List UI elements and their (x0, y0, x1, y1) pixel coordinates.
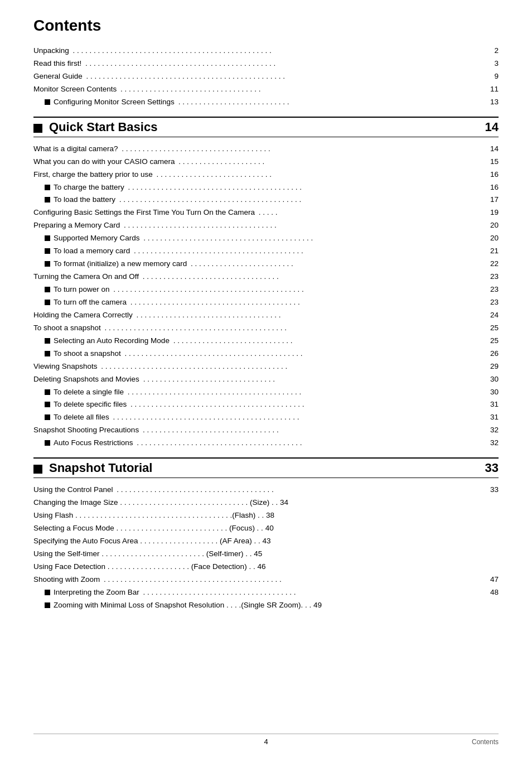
toc-row-focus-mode: Selecting a Focus Mode . . . . . . . . .… (33, 522, 499, 535)
toc-row-flash: Using Flash . . . . . . . . . . . . . . … (33, 509, 499, 522)
toc-dots: . . . . . . . . . . . . . . . . . . . . … (139, 424, 488, 437)
toc-row-general-guide: General Guide . . . . . . . . . . . . . … (33, 70, 499, 83)
toc-page: 32 (488, 437, 499, 450)
toc-label: To delete specific files (54, 398, 127, 411)
toc-label: Supported Memory Cards (54, 232, 140, 245)
toc-page: 22 (488, 258, 499, 271)
toc-page: 34 (278, 496, 288, 509)
toc-label: Holding the Camera Correctly (33, 309, 133, 322)
toc-label: Deleting Snapshots and Movies (33, 373, 139, 386)
bullet-icon (45, 351, 50, 356)
bullet-icon (45, 248, 50, 254)
toc-label: General Guide (33, 70, 83, 83)
toc-label: Using Face Detection . . . . . . . . . .… (33, 561, 255, 573)
toc-dots: . . . . . . . . . . . . . . . . . . . . … (170, 335, 488, 348)
bullet-icon (45, 287, 50, 292)
toc-page: 9 (492, 70, 499, 83)
toc-page: 40 (263, 522, 274, 535)
toc-label: To delete all files (54, 411, 109, 424)
toc-row-monitor-contents: Monitor Screen Contents . . . . . . . . … (33, 83, 499, 96)
toc-label: Using the Control Panel (33, 484, 113, 496)
snapshot-tutorial-header: Snapshot Tutorial 33 (33, 457, 499, 478)
toc-dots: . . . . . . . . . . . . . . . . . . . . … (117, 83, 488, 96)
toc-row-shooting-precautions: Snapshot Shooting Precautions . . . . . … (33, 424, 499, 437)
toc-label: To load the battery (54, 194, 115, 206)
toc-row-single-sr-zoom: Zooming with Minimal Loss of Snapshot Re… (33, 599, 499, 612)
bullet-icon (45, 99, 50, 105)
toc-label: What you can do with your CASIO camera (33, 156, 175, 168)
toc-dots: . . . . . . . . . . . . . . . . . . . . … (118, 143, 489, 156)
toc-label: To format (initialize) a new memory card (54, 258, 187, 271)
toc-page: 19 (488, 206, 499, 219)
bullet-icon (45, 602, 50, 608)
toc-label: Selecting an Auto Recording Mode (54, 335, 170, 348)
toc-row-load-battery: To load the battery . . . . . . . . . . … (33, 194, 499, 206)
toc-page: 31 (488, 411, 499, 424)
bullet-icon (45, 590, 50, 595)
toc-row-configuring-basic: Configuring Basic Settings the First Tim… (33, 206, 499, 219)
toc-page: 14 (488, 143, 499, 156)
toc-label: Using the Self-timer . . . . . . . . . .… (33, 548, 252, 561)
toc-row-holding-camera: Holding the Camera Correctly . . . . . .… (33, 309, 499, 322)
footer-label: Contents (472, 738, 499, 746)
toc-page: 20 (488, 219, 499, 232)
toc-dots: . . . . . . . . . . . . . . . . . . . . … (100, 573, 488, 586)
toc-dots: . . . . . . . . . . . . . . . . . . . . … (81, 57, 492, 70)
toc-dots: . . . . . . . . . . . . . . . . . . . . … (115, 194, 488, 206)
bullet-icon (45, 338, 50, 344)
toc-page: 2 (492, 45, 499, 57)
toc-dots: . . . . . . . . . . . . . . . . . . . . … (187, 258, 488, 271)
toc-row-turning-on-off: Turning the Camera On and Off . . . . . … (33, 271, 499, 283)
footer: 4 Contents (33, 734, 499, 746)
toc-page: 32 (488, 424, 499, 437)
toc-row-shoot-snapshot2: To shoot a snapshot . . . . . . . . . . … (33, 348, 499, 360)
bullet-icon (45, 197, 50, 202)
toc-page: 16 (488, 181, 499, 194)
toc-page: 29 (488, 360, 499, 373)
toc-row-preparing-memory: Preparing a Memory Card . . . . . . . . … (33, 219, 499, 232)
toc-row-zoom-bar: Interpreting the Zoom Bar . . . . . . . … (33, 586, 499, 599)
toc-dots: . . . . . . . . . . . . . . . . . . . . … (109, 411, 488, 424)
toc-row-auto-focus-restrictions: Auto Focus Restrictions . . . . . . . . … (33, 437, 499, 450)
toc-label: Selecting a Focus Mode . . . . . . . . .… (33, 522, 263, 535)
toc-page: 49 (311, 599, 322, 612)
toc-dots: . . . . . . . . . . . . . . . . . . . . … (130, 245, 488, 258)
toc-page: 33 (488, 484, 499, 496)
toc-page: 30 (488, 373, 499, 386)
snapshot-tutorial-page: 33 (485, 461, 499, 475)
toc-page: 23 (488, 283, 499, 296)
toc-label: Specifying the Auto Focus Area . . . . .… (33, 535, 260, 548)
toc-label: Auto Focus Restrictions (54, 437, 133, 450)
quick-start-header: Quick Start Basics 14 (33, 117, 499, 137)
toc-row-format-card: To format (initialize) a new memory card… (33, 258, 499, 271)
toc-page: 47 (488, 573, 499, 586)
toc-dots: . . . . . . . . . . . . . . . . . . . . … (101, 322, 488, 335)
toc-label: To charge the battery (54, 181, 124, 194)
toc-row-configuring-monitor: Configuring Monitor Screen Settings . . … (33, 96, 499, 109)
toc-row-shoot-snapshot: To shoot a snapshot . . . . . . . . . . … (33, 322, 499, 335)
bullet-icon (45, 414, 50, 420)
toc-label: Turning the Camera On and Off (33, 271, 139, 283)
toc-dots: . . . . . . . . . . . . . . . . . . . . … (175, 156, 489, 168)
toc-row-af-area: Specifying the Auto Focus Area . . . . .… (33, 535, 499, 548)
toc-row-face-detection: Using Face Detection . . . . . . . . . .… (33, 561, 499, 573)
toc-page: 48 (488, 586, 499, 599)
toc-row-supported-cards: Supported Memory Cards . . . . . . . . .… (33, 232, 499, 245)
section-icon (33, 465, 42, 474)
toc-dots: . . . . . . . . . . . . . . . . . . . . … (83, 70, 492, 83)
toc-dots: . . . . . . . . . . . . . . . . . . . . … (133, 309, 488, 322)
quick-start-toc: What is a digital camera? . . . . . . . … (33, 143, 499, 450)
toc-label: Snapshot Shooting Precautions (33, 424, 139, 437)
toc-page: 38 (264, 509, 274, 522)
toc-row-turn-off-camera: To turn off the camera . . . . . . . . .… (33, 296, 499, 309)
toc-label: To shoot a snapshot (54, 348, 121, 360)
toc-dots: . . . . . . . . . . . . . . . . . . . . … (98, 360, 489, 373)
toc-page: 11 (488, 83, 499, 96)
toc-dots: . . . . . . . . . . . . . . . . . . . . … (124, 181, 488, 194)
toc-label: What is a digital camera? (33, 143, 118, 156)
toc-dots: . . . . . . . . . . . . . . . . . . . . … (120, 219, 488, 232)
toc-label: Unpacking (33, 45, 69, 57)
toc-label: Preparing a Memory Card (33, 219, 120, 232)
toc-page: 21 (488, 245, 499, 258)
snapshot-tutorial-title: Snapshot Tutorial (33, 461, 152, 475)
